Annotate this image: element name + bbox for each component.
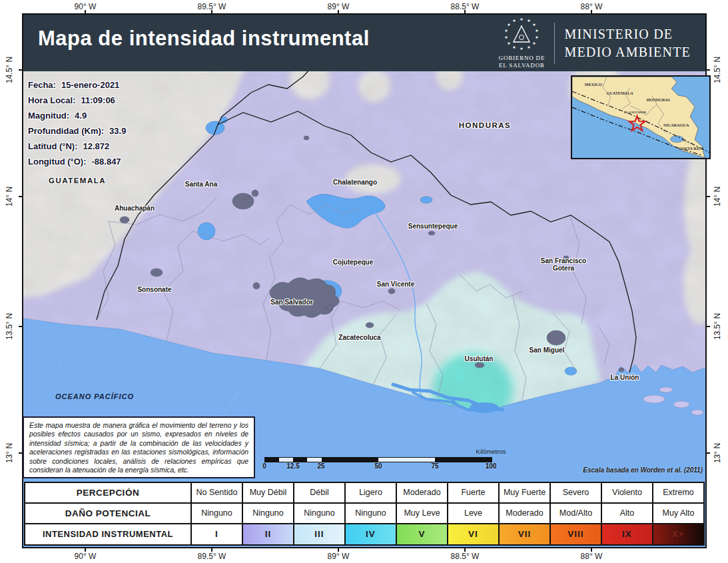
perception-cell: Extremo	[653, 483, 703, 502]
city-label-chalatenango: Chalatenango	[333, 179, 377, 186]
event-latitude: Latitud (°N):12.872	[28, 139, 126, 154]
page-title: Mapa de intensidad instrumental	[38, 27, 370, 51]
scale-tick: 0	[262, 462, 266, 470]
perception-cell: Moderado	[397, 483, 447, 502]
event-depth: Profundidad (Km):33.9	[28, 123, 126, 139]
lon-label: 90° W	[75, 552, 97, 561]
ocean-label: OCEANO PACÍFICO	[55, 392, 134, 400]
ministry-label: MINISTERIO DE MEDIO AMBIENTE	[564, 25, 700, 61]
perception-cell: Muy Débil	[243, 483, 293, 502]
perception-cell: No Sentido	[192, 483, 242, 502]
svg-text:★: ★	[528, 19, 531, 23]
city-label-san-miguel: San Miguel	[530, 346, 565, 354]
lon-label: 89.5° W	[198, 552, 226, 561]
city-label-sensuntepeque: Sensuntepeque	[408, 223, 458, 230]
perception-cell: Fuerte	[448, 483, 498, 502]
government-logo: ★★★ ★★★ ★★★ ★★★ ★★ GOBIERNO DE EL SALVAD…	[496, 15, 700, 71]
intensity-cell-iv: IV	[346, 524, 396, 544]
lat-label: 13.5° N	[5, 313, 14, 340]
city-label-la-union: La Unión	[611, 374, 639, 381]
inset-label-nicaragua: NICARAGUA	[663, 123, 689, 127]
lat-label: 14° N	[713, 187, 722, 207]
intensity-cell-iii: III	[294, 524, 344, 544]
city-label-sonsonate: Sonsonate	[137, 286, 171, 293]
damage-cell: Muy Leve	[397, 504, 447, 523]
svg-text:★: ★	[528, 45, 531, 49]
government-label: GOBIERNO DE EL SALVADOR	[496, 55, 547, 69]
perception-cell: Violento	[602, 483, 652, 502]
svg-text:★: ★	[513, 19, 516, 23]
damage-cell: Moderado	[500, 504, 549, 523]
svg-text:★: ★	[533, 41, 536, 45]
el-salvador-emblem-icon: ★★★ ★★★ ★★★ ★★★ ★★	[498, 17, 545, 51]
country-label-honduras: HONDURAS	[459, 121, 511, 129]
city-label-ahuachapan: Ahuachapán	[115, 205, 155, 212]
city-label-san-francisco-gotera: San Francisco Gotera	[534, 257, 593, 272]
intensity-map-page: { "title_bar": { "title": "Mapa de inten…	[0, 0, 728, 563]
city-label-usulutan: Usulután	[465, 355, 494, 362]
title-bar: Mapa de intensidad instrumental ★★★ ★★★ …	[23, 15, 705, 71]
damage-cell: Ninguno	[346, 504, 396, 523]
scale-attribution: Escala basada en Worden et al. (2011)	[583, 466, 703, 474]
lat-label: 13° N	[5, 443, 14, 463]
event-magnitude: Magnitud:4.9	[28, 108, 126, 123]
inset-lake-nicaragua	[670, 136, 683, 143]
event-date: Fecha:15-enero-2021	[28, 77, 126, 93]
svg-text:★: ★	[536, 29, 539, 33]
lon-label: 88.5° W	[451, 552, 480, 561]
lon-label: 89° W	[328, 552, 350, 561]
damage-cell: Ninguno	[192, 504, 242, 523]
perception-cell: Muy Fuerte	[500, 483, 549, 502]
intensity-cell-vii: VII	[500, 524, 549, 544]
country-label-guatemala: GUATEMALA	[49, 177, 106, 185]
inset-label-mexico: MEXICO	[585, 83, 602, 87]
lat-label: 14.5° N	[5, 57, 14, 83]
damage-cell: Muy Alto	[653, 504, 703, 523]
inset-label-costa-rica: COSTA RICA	[679, 147, 704, 151]
intensity-cell-ii: II	[243, 524, 293, 544]
city-label-zacatecoluca: Zacatecoluca	[338, 334, 380, 341]
scale-tick: 50	[374, 462, 382, 470]
city-label-santa-ana: Santa Ana	[185, 181, 218, 188]
damage-cell: Ninguno	[243, 504, 293, 523]
lat-label: 13.5° N	[713, 313, 722, 340]
damage-cell: Alto	[602, 504, 652, 523]
scale-tick: 75	[431, 462, 438, 470]
inset-label-el-salvador: EL SALVADOR	[624, 111, 647, 114]
lat-label: 14.5° N	[713, 57, 722, 83]
inset-overview-map: MEXICO GUATEMALA HONDURAS EL SALVADOR NI…	[571, 75, 711, 159]
scalebar-unit-label: Kilómetros	[476, 448, 506, 455]
intensity-cell-xplus: X+	[653, 524, 703, 544]
city-label-san-vicente: San Vicente	[377, 281, 415, 288]
event-local-time: Hora Local:11:09:06	[28, 93, 126, 108]
perception-cell: Débil	[294, 483, 344, 502]
svg-text:★: ★	[505, 35, 508, 39]
scale-tick: 25	[317, 462, 324, 470]
inset-map-canvas: MEXICO GUATEMALA HONDURAS EL SALVADOR NI…	[572, 77, 709, 158]
lat-label: 14° N	[5, 187, 14, 207]
intensity-cell-viii: VIII	[551, 524, 601, 544]
svg-text:★: ★	[520, 47, 524, 51]
scale-bar	[264, 457, 492, 462]
city-label-san-salvador: San Salvador	[270, 298, 312, 306]
scale-tick: 100	[486, 462, 497, 470]
intensity-cell-v: V	[397, 524, 447, 544]
damage-cell: Mod/Alto	[551, 504, 601, 523]
inset-label-honduras: HONDURAS	[647, 98, 671, 102]
event-longitude: Longitud (°O):-88.847	[28, 154, 126, 169]
intensity-cell-vi: VI	[448, 524, 498, 544]
scale-tick: 12.5	[286, 462, 299, 470]
svg-text:★: ★	[520, 17, 524, 21]
svg-text:★: ★	[505, 29, 508, 33]
description-box: Este mapa muestra de manera gráfica el m…	[23, 416, 255, 478]
legend-row-header: PERCEPCIÓN	[25, 483, 190, 502]
legend-row-header: DAÑO POTENCIAL	[25, 504, 190, 523]
legend-row-header: INTENSIDAD INSTRUMENTAL	[25, 524, 190, 544]
intensity-cell-i: I	[192, 524, 242, 544]
inset-landmass	[572, 77, 705, 157]
intensity-legend-table: PERCEPCIÓN No Sentido Muy Débil Débil Li…	[24, 482, 705, 546]
perception-cell: Severo	[551, 483, 601, 502]
svg-text:★: ★	[508, 23, 511, 27]
perception-cell: Ligero	[346, 483, 396, 502]
svg-text:★: ★	[513, 45, 516, 49]
